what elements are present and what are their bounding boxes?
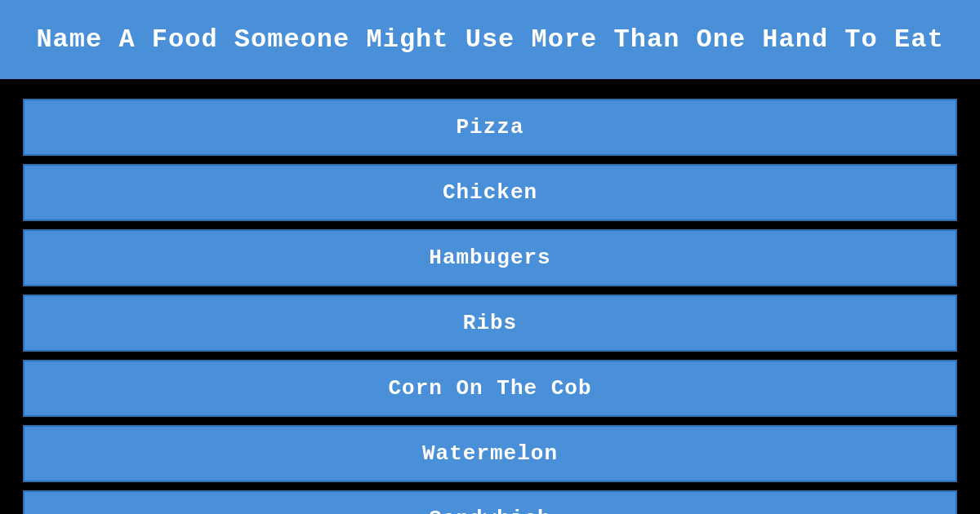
- answer-row[interactable]: Hambugers: [23, 229, 957, 286]
- answer-row[interactable]: Sandwhichwww.familyfeudfriends.com: [23, 490, 957, 514]
- answer-label: Watermelon: [422, 441, 558, 466]
- answer-label: Chicken: [443, 180, 537, 205]
- answer-row[interactable]: Ribs: [23, 295, 957, 352]
- answer-row[interactable]: Watermelon: [23, 425, 957, 482]
- answer-row[interactable]: Chicken: [23, 164, 957, 221]
- answer-label: Corn On The Cob: [388, 376, 591, 401]
- answer-label: Ribs: [463, 311, 517, 335]
- answer-label: Hambugers: [429, 246, 550, 270]
- header-title: Name A Food Someone Might Use More Than …: [36, 24, 943, 55]
- answer-row[interactable]: Corn On The Cob: [23, 360, 957, 417]
- answers-container: PizzaChickenHambugersRibsCorn On The Cob…: [0, 84, 980, 514]
- answer-label: Sandwhich: [429, 507, 550, 514]
- answer-label: Pizza: [456, 115, 523, 140]
- answer-row[interactable]: Pizza: [23, 99, 957, 156]
- header: Name A Food Someone Might Use More Than …: [0, 0, 980, 84]
